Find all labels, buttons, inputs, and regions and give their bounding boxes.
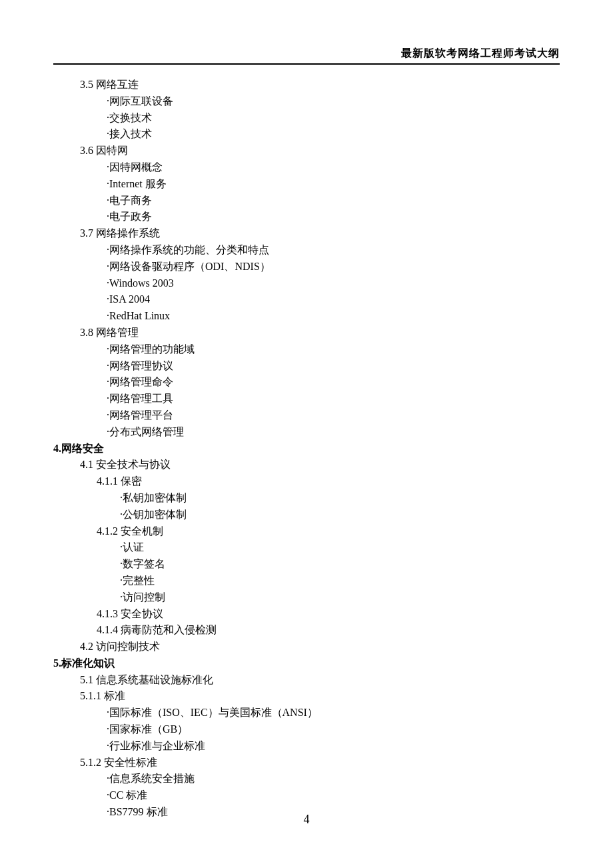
outline-line: 5.1.2 安全性标准 bbox=[53, 755, 560, 771]
outline-line: 5.标准化知识 bbox=[53, 655, 560, 672]
outline-line: ·国际标准（ISO、IEC）与美国标准（ANSI） bbox=[53, 705, 560, 721]
outline-line: 4.1.2 安全机制 bbox=[53, 523, 560, 540]
outline-line: ·Windows 2003 bbox=[53, 275, 560, 292]
outline-line: 4.网络安全 bbox=[53, 441, 560, 457]
outline-line: 4.1.1 保密 bbox=[53, 473, 560, 490]
outline-line: ·网络管理协议 bbox=[53, 358, 560, 375]
outline-line: 4.1.3 安全协议 bbox=[53, 606, 560, 623]
outline-line: ·CC 标准 bbox=[53, 787, 560, 804]
outline-line: ·因特网概念 bbox=[53, 159, 560, 176]
outline-line: ·Internet 服务 bbox=[53, 176, 560, 193]
outline-line: ·交换技术 bbox=[53, 110, 560, 127]
outline-line: ·网络管理的功能域 bbox=[53, 341, 560, 358]
outline-line: ·网络管理命令 bbox=[53, 374, 560, 391]
outline-line: ·ISA 2004 bbox=[53, 291, 560, 308]
outline-line: 3.5 网络互连 bbox=[53, 77, 560, 93]
outline-line: ·国家标准（GB） bbox=[53, 721, 560, 738]
outline-line: 5.1.1 标准 bbox=[53, 688, 560, 705]
outline-line: ·电子政务 bbox=[53, 209, 560, 225]
outline-line: ·私钥加密体制 bbox=[53, 490, 560, 507]
outline-line: ·认证 bbox=[53, 539, 560, 556]
outline-line: 3.7 网络操作系统 bbox=[53, 225, 560, 242]
outline-line: ·行业标准与企业标准 bbox=[53, 738, 560, 755]
page-number: 4 bbox=[0, 813, 613, 827]
outline-line: ·公钥加密体制 bbox=[53, 507, 560, 523]
outline-line: 5.1 信息系统基础设施标准化 bbox=[53, 672, 560, 689]
outline-line: ·电子商务 bbox=[53, 193, 560, 209]
outline-line: ·网际互联设备 bbox=[53, 93, 560, 110]
outline-line: ·网络管理平台 bbox=[53, 407, 560, 424]
outline-line: 4.1 安全技术与协议 bbox=[53, 457, 560, 473]
page-header-title: 最新版软考网络工程师考试大纲 bbox=[53, 47, 560, 65]
outline-line: 3.8 网络管理 bbox=[53, 325, 560, 341]
outline-line: 3.6 因特网 bbox=[53, 143, 560, 159]
outline-line: ·接入技术 bbox=[53, 126, 560, 143]
outline-line: ·信息系统安全措施 bbox=[53, 771, 560, 787]
outline-line: ·RedHat Linux bbox=[53, 308, 560, 325]
outline-line: 4.2 访问控制技术 bbox=[53, 639, 560, 655]
outline-line: ·数字签名 bbox=[53, 556, 560, 573]
outline-line: ·完整性 bbox=[53, 573, 560, 589]
outline-line: ·网络操作系统的功能、分类和特点 bbox=[53, 242, 560, 259]
outline-line: ·网络设备驱动程序（ODI、NDIS） bbox=[53, 259, 560, 275]
outline-content: 3.5 网络互连·网际互联设备·交换技术·接入技术3.6 因特网·因特网概念·I… bbox=[53, 77, 560, 821]
outline-line: ·网络管理工具 bbox=[53, 391, 560, 407]
outline-line: 4.1.4 病毒防范和入侵检测 bbox=[53, 622, 560, 639]
document-page: 最新版软考网络工程师考试大纲 3.5 网络互连·网际互联设备·交换技术·接入技术… bbox=[0, 0, 613, 847]
outline-line: ·访问控制 bbox=[53, 589, 560, 606]
outline-line: ·分布式网络管理 bbox=[53, 424, 560, 441]
